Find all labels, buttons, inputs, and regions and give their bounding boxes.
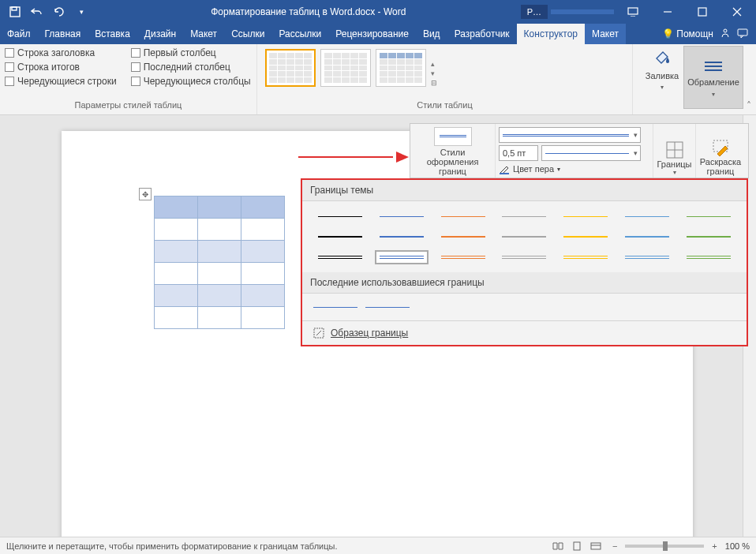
minimize-button[interactable] — [652, 0, 683, 24]
borders-button[interactable]: Обрамление ▾ — [683, 46, 743, 109]
save-button[interactable] — [5, 2, 25, 22]
ribbon-collapse[interactable]: ˄ — [742, 44, 756, 114]
close-button[interactable] — [721, 0, 753, 24]
tab-layout[interactable]: Макет — [183, 24, 224, 44]
status-bar: Щелкните и перетащите, чтобы применить ф… — [0, 537, 756, 554]
tab-insert[interactable]: Вставка — [88, 24, 137, 44]
border-swatch[interactable] — [498, 209, 552, 223]
check-total-row[interactable]: Строка итогов — [5, 62, 117, 73]
border-styles-panel: Границы темы Последние использовавшиеся … — [301, 178, 748, 346]
zoom-out[interactable]: − — [612, 541, 617, 551]
line-weight-select[interactable]: 0,5 пт — [499, 145, 538, 161]
border-swatch[interactable] — [375, 209, 429, 223]
redo-button[interactable] — [49, 2, 69, 22]
gallery-up[interactable]: ▴ — [431, 60, 437, 68]
ribbon-display-options[interactable] — [617, 0, 649, 24]
table-style-2[interactable] — [320, 49, 371, 87]
ribbon-tabs: Файл Главная Вставка Дизайн Макет Ссылки… — [0, 24, 756, 44]
annotation-arrow — [298, 152, 409, 163]
border-swatch[interactable] — [682, 209, 735, 223]
maximize-button[interactable] — [687, 0, 718, 24]
tab-table-design[interactable]: Конструктор — [517, 24, 585, 44]
section-theme-borders: Границы темы — [302, 180, 747, 201]
title-bar: ▾ Форматирование таблиц в Word.docx - Wo… — [0, 0, 756, 24]
border-swatch[interactable] — [620, 209, 674, 223]
svg-rect-2 — [628, 8, 638, 14]
border-swatch[interactable] — [559, 230, 612, 244]
share-button[interactable] — [720, 28, 731, 41]
tab-mailings[interactable]: Рассылки — [271, 24, 328, 44]
svg-rect-5 — [738, 29, 747, 36]
tell-me[interactable]: 💡 Помощн — [662, 28, 713, 39]
borders-menu-button[interactable]: Границы ▾ — [653, 124, 696, 178]
border-painter-button[interactable]: Раскраска границ — [696, 124, 745, 178]
border-swatch[interactable] — [559, 209, 612, 223]
pen-color-button[interactable]: Цвет пера▾ — [499, 163, 649, 174]
border-styles-dropdown[interactable]: Стили оформления границ — [410, 124, 496, 178]
tab-table-layout[interactable]: Макет — [585, 24, 626, 44]
line-weight-preview[interactable] — [541, 145, 641, 161]
comments-button[interactable] — [737, 28, 748, 41]
tab-view[interactable]: Вид — [416, 24, 447, 44]
gallery-down[interactable]: ▾ — [431, 69, 437, 77]
group-label-table-styles: Стили таблиц — [262, 100, 627, 114]
account-name[interactable] — [551, 9, 614, 14]
border-swatch[interactable] — [436, 230, 490, 244]
check-header-row[interactable]: Строка заголовка — [5, 47, 117, 58]
border-swatch[interactable] — [620, 230, 674, 244]
gallery-more[interactable]: ⊟ — [431, 79, 437, 87]
tab-review[interactable]: Рецензирование — [328, 24, 416, 44]
check-first-col[interactable]: Первый столбец — [131, 47, 251, 58]
border-swatch[interactable] — [375, 250, 429, 264]
tab-design[interactable]: Дизайн — [137, 24, 183, 44]
tab-home[interactable]: Главная — [38, 24, 88, 44]
view-web-layout[interactable] — [587, 539, 604, 553]
border-swatch[interactable] — [375, 230, 429, 244]
svg-rect-3 — [698, 8, 706, 16]
border-swatch[interactable] — [313, 209, 367, 223]
border-swatch[interactable] — [682, 230, 735, 244]
border-swatch[interactable] — [620, 250, 674, 264]
account-badge[interactable]: Р… — [521, 5, 548, 19]
view-print-layout[interactable] — [568, 539, 586, 553]
border-swatch[interactable] — [436, 209, 490, 223]
window-title: Форматирование таблиц в Word.docx - Word — [96, 6, 521, 17]
ribbon: Строка заголовка Строка итогов Чередующи… — [0, 44, 756, 115]
section-recent-borders: Последние использовавшиеся границы — [302, 272, 747, 294]
view-read-mode[interactable] — [549, 539, 567, 553]
border-swatch[interactable] — [313, 250, 367, 264]
tab-references[interactable]: Ссылки — [224, 24, 271, 44]
check-last-col[interactable]: Последний столбец — [131, 62, 251, 73]
border-swatch[interactable] — [498, 230, 552, 244]
svg-point-4 — [724, 29, 727, 32]
border-swatch-recent[interactable] — [313, 300, 357, 314]
check-banded-cols[interactable]: Чередующиеся столбцы — [131, 76, 251, 87]
status-message: Щелкните и перетащите, чтобы применить ф… — [6, 541, 541, 551]
border-swatch[interactable] — [436, 250, 490, 264]
group-label-style-options: Параметры стилей таблиц — [5, 100, 252, 114]
line-style-select[interactable] — [499, 127, 641, 143]
undo-button[interactable] — [27, 2, 47, 22]
border-swatch[interactable] — [559, 250, 612, 264]
border-swatch[interactable] — [498, 250, 552, 264]
quick-access-toolbar: ▾ — [0, 2, 96, 22]
qat-customize[interactable]: ▾ — [71, 2, 92, 22]
table-style-1[interactable] — [265, 49, 316, 87]
table-style-3[interactable] — [376, 49, 426, 87]
border-swatch[interactable] — [313, 230, 367, 244]
zoom-slider[interactable] — [625, 545, 704, 548]
svg-rect-9 — [500, 173, 509, 174]
svg-rect-1 — [12, 7, 17, 10]
check-banded-rows[interactable]: Чередующиеся строки — [5, 76, 117, 87]
tab-file[interactable]: Файл — [0, 24, 38, 44]
border-swatch[interactable] — [682, 250, 735, 264]
border-sample-button[interactable]: Образец границы — [302, 320, 747, 345]
sample-table[interactable] — [154, 196, 285, 329]
zoom-in[interactable]: + — [712, 541, 717, 551]
table-style-gallery[interactable] — [262, 46, 429, 100]
svg-rect-15 — [574, 542, 580, 550]
table-move-handle[interactable]: ✥ — [139, 188, 152, 200]
border-swatch-recent[interactable] — [365, 300, 410, 314]
tab-developer[interactable]: Разработчик — [447, 24, 517, 44]
zoom-level[interactable]: 100 % — [725, 541, 750, 551]
